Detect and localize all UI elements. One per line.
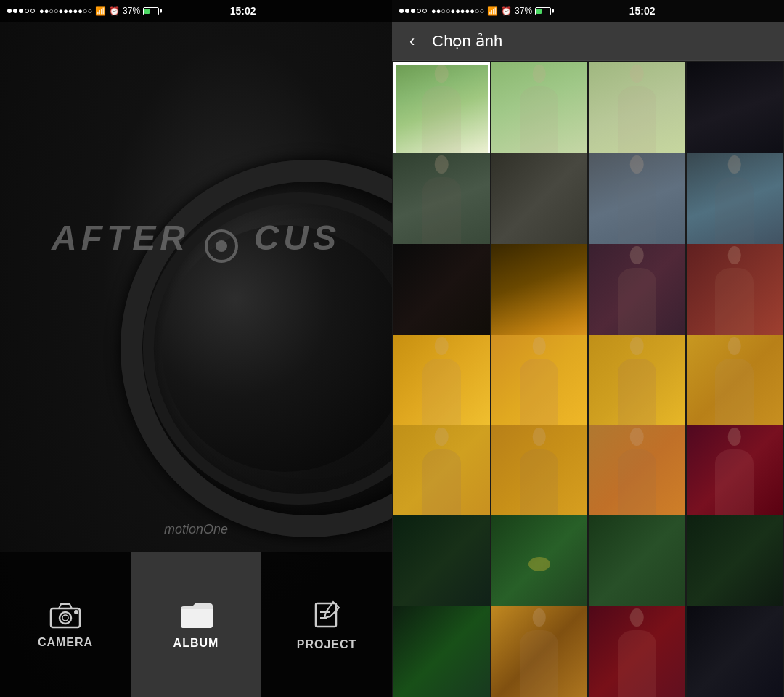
- battery-icon-right: [535, 7, 551, 15]
- signal-dot-1: [7, 9, 12, 13]
- person-head-13: [435, 337, 449, 355]
- person-overlay-19: [589, 425, 685, 521]
- signal-section: ●●○○●●●●●○○ 📶 ⏰ 37%: [7, 6, 159, 16]
- person-overlay-20: [687, 425, 783, 521]
- photo-item-24[interactable]: [687, 515, 783, 612]
- photo-item-18[interactable]: [491, 425, 588, 521]
- person-overlay-11: [589, 244, 685, 341]
- right-panel: ●●○○●●●●●○○ 📶 ⏰ 37% 15:02 ‹ Chọn ảnh: [392, 0, 784, 697]
- bottom-nav: CAMERA ALBUM PROJECT: [0, 552, 392, 697]
- person-head-19: [630, 428, 644, 446]
- album-label: ALBUM: [173, 637, 219, 650]
- status-bar-right: ●●○○●●●●●○○ 📶 ⏰ 37% 15:02: [392, 0, 784, 22]
- photo-item-7[interactable]: [589, 153, 685, 250]
- photo-item-5[interactable]: [393, 153, 490, 250]
- photo-item-23[interactable]: [589, 515, 685, 612]
- svg-point-3: [75, 611, 78, 614]
- alarm-icon-right: ⏰: [501, 6, 512, 16]
- signal-dot-3: [19, 9, 23, 13]
- camera-label: CAMERA: [38, 636, 93, 649]
- person-head-7: [630, 155, 644, 174]
- signal-dot-4: [25, 9, 29, 13]
- time-left: 15:02: [230, 5, 256, 17]
- person-head-1: [435, 65, 449, 83]
- photo-item-26[interactable]: [491, 606, 588, 697]
- project-label: PROJECT: [297, 638, 357, 651]
- photo-item-25[interactable]: [393, 606, 490, 697]
- person-overlay-17: [393, 425, 490, 521]
- person-shape-16: [715, 359, 754, 431]
- person-head-18: [532, 428, 546, 446]
- nav-camera[interactable]: CAMERA: [0, 552, 131, 697]
- person-head-27: [630, 608, 644, 627]
- battery-pct-left: 37%: [123, 6, 140, 16]
- photo-item-12[interactable]: [687, 244, 783, 341]
- person-shape-26: [520, 630, 558, 697]
- person-shape-3: [618, 86, 656, 158]
- person-shape-17: [422, 449, 461, 521]
- person-shape-19: [618, 449, 656, 521]
- photo-item-27[interactable]: [589, 606, 685, 697]
- photo-item-2[interactable]: [491, 62, 588, 159]
- person-overlay-14: [491, 335, 588, 431]
- wifi-icon-left: 📶: [95, 6, 106, 16]
- app-title: AFTER CUS: [0, 218, 392, 258]
- back-button[interactable]: ‹: [404, 29, 420, 54]
- person-shape-13: [422, 359, 461, 431]
- person-overlay-16: [687, 335, 783, 431]
- photo-item-22[interactable]: [491, 515, 588, 612]
- photo-item-3[interactable]: [589, 62, 685, 159]
- person-head-11: [630, 246, 644, 264]
- photo-item-19[interactable]: [589, 425, 685, 521]
- person-shape-1: [422, 86, 461, 158]
- photo-item-16[interactable]: [687, 335, 783, 431]
- photo-item-8[interactable]: [687, 153, 783, 250]
- photo-item-10[interactable]: [491, 244, 588, 341]
- person-head-14: [532, 337, 546, 355]
- person-shape-14: [520, 359, 558, 431]
- photo-item-6[interactable]: [491, 153, 588, 250]
- photo-item-9[interactable]: [393, 244, 490, 341]
- person-overlay-5: [393, 153, 490, 250]
- status-bar-left: ●●○○●●●●●○○ 📶 ⏰ 37% 15:02: [0, 0, 392, 22]
- person-overlay-13: [393, 335, 490, 431]
- wifi-icon-right: 📶: [487, 6, 498, 16]
- person-head-8: [727, 155, 741, 174]
- person-shape-18: [520, 449, 558, 521]
- title-cus: CUS: [254, 219, 340, 257]
- photo-item-20[interactable]: [687, 425, 783, 521]
- person-shape-11: [618, 268, 656, 340]
- battery-icon-left: [143, 7, 159, 15]
- person-head-12: [727, 246, 741, 264]
- svg-point-2: [62, 615, 68, 621]
- battery-pct-right: 37%: [515, 6, 532, 16]
- person-head-16: [727, 337, 741, 355]
- photo-item-28[interactable]: [687, 606, 783, 697]
- brand-label: motionOne: [0, 522, 392, 537]
- nav-project[interactable]: PROJECT: [261, 552, 392, 697]
- camera-icon: [47, 600, 83, 629]
- photo-item-21[interactable]: [393, 515, 490, 612]
- signal-dots: [7, 9, 35, 13]
- battery-fill-left: [144, 9, 150, 14]
- svg-point-1: [60, 612, 71, 624]
- person-overlay-8: [687, 153, 783, 250]
- r-dot-2: [405, 9, 409, 13]
- left-panel: ●●○○●●●●●○○ 📶 ⏰ 37% 15:02 AFTER CUS moti…: [0, 0, 392, 697]
- header-title: Chọn ảnh: [432, 32, 502, 51]
- signal-section-right: ●●○○●●●●●○○ 📶 ⏰ 37%: [399, 6, 551, 16]
- photo-item-15[interactable]: [589, 335, 685, 431]
- person-overlay-18: [491, 425, 588, 521]
- person-overlay-3: [589, 62, 685, 159]
- header-bar: ‹ Chọn ảnh: [392, 22, 784, 61]
- nav-album[interactable]: ALBUM: [131, 552, 261, 697]
- time-right: 15:02: [629, 5, 656, 17]
- photo-item-13[interactable]: [393, 335, 490, 431]
- carrier-text-right: ●●○○●●●●●○○: [431, 7, 484, 15]
- photo-item-1[interactable]: [393, 62, 490, 159]
- photo-item-17[interactable]: [393, 425, 490, 521]
- photo-item-14[interactable]: [491, 335, 588, 431]
- photo-item-4[interactable]: [687, 62, 783, 159]
- person-head-17: [435, 428, 449, 446]
- photo-item-11[interactable]: [589, 244, 685, 341]
